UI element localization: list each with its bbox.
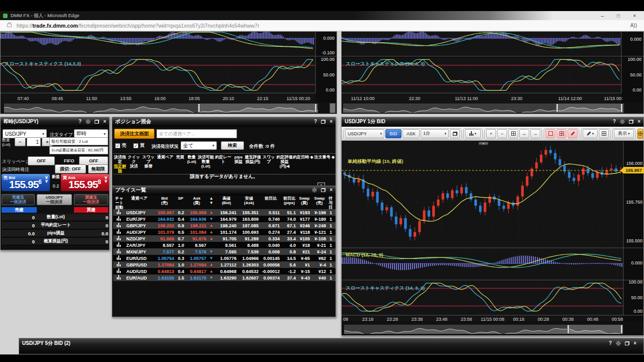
position-header-cell[interactable]: 約定評価損益(円)◀ (276, 154, 293, 174)
chart-scrollbar[interactable] (344, 324, 623, 334)
bid-toggle[interactable]: BID (385, 129, 401, 138)
expiry-button[interactable]: 無期限 (88, 164, 108, 173)
display-menu-button[interactable]: 表示▾ (614, 129, 634, 138)
close-all-sell-button[interactable]: 売建玉 一括決済 (2, 194, 35, 205)
settings-gear-icon[interactable] (620, 119, 625, 124)
collapse-tab[interactable]: ▲ (478, 142, 489, 145)
close-panel-icon[interactable]: × (103, 119, 106, 124)
scrollbar-window[interactable] (569, 325, 622, 334)
chart-scrollbar[interactable] (343, 103, 624, 113)
quantity-input[interactable] (27, 137, 41, 146)
zoom-out-icon[interactable]: − (497, 129, 507, 138)
position-header-cell[interactable]: 決済可能数量(Lot) (198, 154, 214, 174)
price-list-row[interactable]: EUR/AUD 1.63155 1.5 1.63170 ▼ 1.63290 1.… (113, 275, 336, 281)
indicator-panel-icon[interactable] (599, 129, 609, 138)
position-header-cell[interactable]: 約定日時 ◆ (293, 154, 313, 174)
minimized-chart-bar[interactable]: USD/JPY 5分 BID (2) ? × (19, 338, 644, 354)
scrollbar-handle-right[interactable] (620, 325, 623, 334)
go-to-latest-icon[interactable]: → (530, 129, 540, 138)
position-table-header[interactable]: 決済指定指定解除クイック決済スワップ振替通貨ペア売買数量(Lot)決済可能数量(… (113, 153, 336, 174)
price-list-row[interactable]: MXN/JPY 7.577 0.2 7.579 ▼ 7.595 7.539 0.… (113, 248, 336, 255)
close-panel-icon[interactable]: × (637, 119, 640, 124)
chart-launch-icon[interactable] (113, 255, 125, 261)
draw-tool-3-icon[interactable] (568, 129, 578, 138)
close-all-pair-button[interactable]: USD/JPY 一括決済 (37, 194, 72, 205)
price-list-row[interactable]: AUD/JPY 101.079 0.5 101.084 ▲ 101.174 10… (113, 229, 336, 235)
zoom-in-icon[interactable]: + (486, 129, 496, 138)
scrollbar-handle-left[interactable] (567, 325, 570, 334)
main-chart-titlebar[interactable]: USD/JPY 1分 BID ? × (342, 117, 643, 127)
scrollbar-window[interactable] (557, 104, 622, 113)
position-titlebar[interactable]: ポジション照会 ? × (112, 117, 336, 127)
scrollbar-handle-right[interactable] (314, 104, 317, 113)
popout-icon[interactable] (321, 120, 326, 124)
checkbox-icon[interactable]: ✓ (115, 143, 120, 148)
ask-toggle[interactable]: ASK (403, 129, 420, 138)
pencil-tool-icon[interactable]: ▾ (583, 129, 598, 138)
checkbox-icon[interactable]: ✓ (133, 143, 138, 148)
price-list-row[interactable]: EUR/JPY 164.932 0.4 164.936 ▼ 164.979 16… (113, 216, 336, 222)
chart-launch-icon[interactable] (113, 210, 125, 215)
help-icon[interactable]: ? (609, 341, 612, 346)
search-button[interactable]: 検索 (221, 141, 244, 150)
scrollbar-handle-left[interactable] (556, 104, 558, 113)
position-header-cell[interactable]: pips損益 (232, 154, 245, 174)
price-list-row[interactable]: AUD/USD 0.64813 0.4 0.64817 ▲ 0.64968 0.… (113, 268, 336, 275)
draw-tool-1-icon[interactable] (545, 129, 555, 138)
position-header-cell[interactable]: 数量(Lot) (186, 154, 198, 174)
price-list-row[interactable]: ZAR/JPY 8.557 1.0 8.567 8.561 8.488 0.04… (113, 242, 336, 248)
main-chart-canvas[interactable]: 0823:1823:2823:3823:4823:5811/15 00:0800… (342, 141, 643, 323)
price-list-row[interactable]: EUR/USD 1.05754 0.3 1.05757 ▼ 1.05776 1.… (113, 255, 336, 261)
popout-icon[interactable] (95, 120, 99, 124)
popout-icon[interactable] (321, 188, 326, 192)
sell-bid-button[interactable]: 売 Bid 155.956 ∨∨ (2, 174, 50, 191)
close-panel-icon[interactable]: × (330, 119, 333, 124)
chart-launch-icon[interactable] (113, 223, 125, 228)
pair-filter-input[interactable]: 全ての通貨ペア... (156, 129, 237, 138)
close-all-buy-button[interactable]: 買建玉 一括決済 (74, 194, 108, 205)
chart-launch-icon[interactable] (113, 268, 125, 274)
crosshair-tool-icon[interactable] (637, 129, 643, 139)
chart-panel-topright[interactable]: 11/12 10:0022:3011/13 11:0023:3011/14 12… (341, 31, 644, 114)
settle-order-button[interactable]: 決済注文画面 (114, 129, 154, 139)
scrollbar-handle-left[interactable] (198, 104, 200, 113)
position-header-cell[interactable]: スワップ振替 (141, 154, 156, 174)
position-header-cell[interactable]: 売買 (175, 154, 186, 174)
minimize-button[interactable]: – (601, 13, 604, 19)
chart-launch-icon[interactable] (113, 242, 125, 248)
chart-launch-icon[interactable] (113, 236, 125, 241)
position-header-cell[interactable]: クイック決済 (127, 154, 141, 174)
chart-type-icon[interactable]: ▾ (465, 129, 481, 138)
stop-loss-toggle[interactable]: 損切: OFF (55, 164, 86, 173)
close-panel-icon[interactable]: × (330, 188, 333, 193)
address-bar[interactable]: https://trade.fx.dmm.com/fxcmdipresen/we… (0, 20, 644, 31)
read-aloud-icon[interactable]: A)) (630, 23, 637, 28)
settings-gear-icon[interactable] (86, 119, 91, 124)
buy-ask-button[interactable]: 買 Ask 155.958 ∨∨ (61, 174, 109, 191)
fit-chart-icon[interactable] (508, 129, 518, 138)
duplicate-chart-icon[interactable] (450, 129, 460, 138)
settings-gear-icon[interactable] (616, 341, 621, 346)
close-panel-icon[interactable]: × (633, 341, 636, 346)
position-header-cell[interactable]: 注文番号 ◆ (313, 154, 336, 174)
help-icon[interactable]: ? (613, 119, 616, 124)
order-ticket-titlebar[interactable]: 即時(USD/JPY) ? × (1, 117, 109, 127)
chart-panel-topleft[interactable]: 07:4009:4511:5013:5516:0018:0520:1022:15… (0, 31, 337, 114)
price-list-row[interactable]: NZD/JPY 91.669 0.7 91.676 ▲ 91.705 91.28… (113, 235, 336, 242)
maximize-button[interactable]: □ (617, 13, 620, 19)
pricelist-titlebar[interactable]: プライス一覧 × (112, 186, 336, 195)
chart-launch-icon[interactable] (113, 262, 125, 267)
chart-launch-icon[interactable] (113, 216, 125, 222)
quantity-minus-button[interactable]: − (15, 137, 26, 146)
scrollbar-handle-right[interactable] (620, 104, 623, 113)
position-header-cell[interactable]: 通貨ペア (156, 154, 175, 174)
position-header-cell[interactable]: 建玉評価損益(円) (245, 154, 261, 174)
scrollbar-stub[interactable] (330, 103, 336, 113)
position-header-cell[interactable]: スワップ (261, 154, 276, 174)
help-icon[interactable]: ? (78, 119, 82, 124)
slippage-toggle[interactable]: OFF (28, 156, 55, 165)
timeframe-select[interactable]: 1分▾ (421, 129, 449, 138)
position-header-cell[interactable]: 約定レート (214, 154, 232, 174)
price-list-row[interactable]: GBP/USD 1.27084 1.0 1.27094 ▲ 1.27112 1.… (113, 261, 336, 268)
price-list-row[interactable]: GBP/JPY 198.202 0.9 198.211 ▲ 198.240 19… (113, 222, 336, 229)
